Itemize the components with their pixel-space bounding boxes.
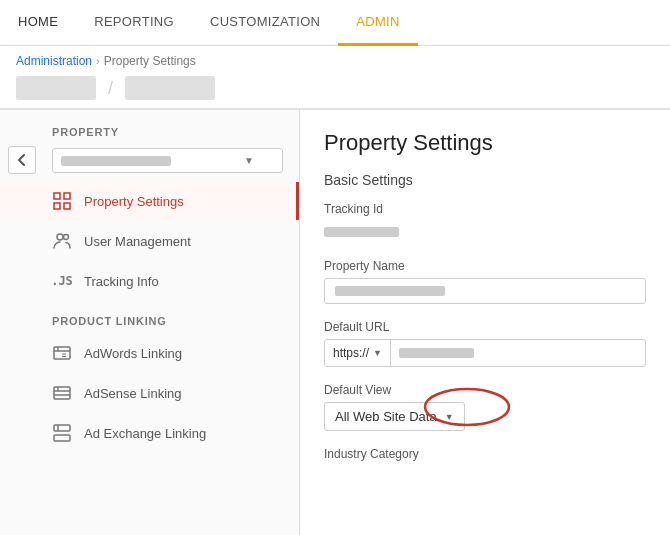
basic-settings-heading: Basic Settings xyxy=(324,172,646,188)
property-name-label: Property Name xyxy=(324,259,646,273)
protocol-button[interactable]: https:// ▼ xyxy=(325,340,391,366)
svg-rect-0 xyxy=(54,193,60,199)
property-name-value-block xyxy=(335,286,445,296)
url-input[interactable] xyxy=(391,342,645,364)
breadcrumb: Administration › Property Settings xyxy=(0,46,670,72)
default-view-select[interactable]: All Web Site Data ▼ xyxy=(324,402,465,431)
logo-image-1 xyxy=(16,76,96,100)
svg-rect-1 xyxy=(64,193,70,199)
default-view-field-group: Default View All Web Site Data ▼ xyxy=(324,383,646,431)
tracking-id-field-group: Tracking Id xyxy=(324,202,646,243)
property-dropdown-wrapper: ▼ xyxy=(0,144,299,181)
page-title: Property Settings xyxy=(324,130,646,156)
sidebar-item-property-settings[interactable]: Property Settings xyxy=(0,181,299,221)
url-value-block xyxy=(399,348,474,358)
property-section-label: PROPERTY xyxy=(0,110,299,144)
property-settings-icon xyxy=(52,191,72,211)
svg-rect-16 xyxy=(54,435,70,441)
default-view-value: All Web Site Data xyxy=(335,409,437,424)
back-icon xyxy=(16,154,28,166)
svg-rect-3 xyxy=(64,203,70,209)
adwords-linking-label: AdWords Linking xyxy=(84,346,182,361)
nav-admin[interactable]: ADMIN xyxy=(338,0,417,46)
breadcrumb-parent[interactable]: Administration xyxy=(16,54,92,68)
breadcrumb-current: Property Settings xyxy=(104,54,196,68)
adwords-icon xyxy=(52,343,72,363)
default-view-label: Default View xyxy=(324,383,646,397)
svg-rect-15 xyxy=(54,425,70,431)
active-indicator xyxy=(296,182,299,220)
sidebar: PROPERTY ▼ Property Settings xyxy=(0,110,300,535)
property-name-field-group: Property Name xyxy=(324,259,646,304)
sidebar-item-user-management[interactable]: User Management xyxy=(0,221,299,261)
sidebar-item-tracking-info[interactable]: .JS Tracking Info xyxy=(0,261,299,301)
nav-customization[interactable]: CUSTOMIZATION xyxy=(192,0,338,46)
nav-reporting[interactable]: REPORTING xyxy=(76,0,192,46)
sidebar-item-adwords-linking[interactable]: AdWords Linking xyxy=(0,333,299,373)
property-name-input[interactable] xyxy=(324,278,646,304)
logo-area: / xyxy=(0,72,670,108)
user-management-label: User Management xyxy=(84,234,191,249)
sidebar-item-adexchange-linking[interactable]: Ad Exchange Linking xyxy=(0,413,299,453)
product-linking-label: PRODUCT LINKING xyxy=(0,301,299,333)
dropdown-value-block xyxy=(61,156,171,166)
adsense-icon xyxy=(52,383,72,403)
svg-rect-11 xyxy=(54,387,70,399)
breadcrumb-separator: › xyxy=(96,55,100,67)
protocol-arrow-icon: ▼ xyxy=(373,348,382,358)
default-url-label: Default URL xyxy=(324,320,646,334)
svg-point-5 xyxy=(64,235,69,240)
dropdown-arrow-icon: ▼ xyxy=(244,155,254,166)
back-button[interactable] xyxy=(8,146,36,174)
default-url-field-group: Default URL https:// ▼ xyxy=(324,320,646,367)
svg-rect-2 xyxy=(54,203,60,209)
tracking-id-block xyxy=(324,227,399,237)
user-management-icon xyxy=(52,231,72,251)
adexchange-linking-label: Ad Exchange Linking xyxy=(84,426,206,441)
tracking-id-label: Tracking Id xyxy=(324,202,646,216)
main-layout: PROPERTY ▼ Property Settings xyxy=(0,109,670,535)
sidebar-item-adsense-linking[interactable]: AdSense Linking xyxy=(0,373,299,413)
svg-rect-6 xyxy=(54,347,70,359)
svg-point-4 xyxy=(57,234,63,240)
tracking-id-value xyxy=(324,221,646,243)
adsense-linking-label: AdSense Linking xyxy=(84,386,182,401)
logo-image-2 xyxy=(125,76,215,100)
default-url-row: https:// ▼ xyxy=(324,339,646,367)
property-settings-label: Property Settings xyxy=(84,194,184,209)
top-nav: HOME REPORTING CUSTOMIZATION ADMIN xyxy=(0,0,670,46)
logo-divider: / xyxy=(108,78,113,99)
protocol-text: https:// xyxy=(333,346,369,360)
industry-category-field-group: Industry Category xyxy=(324,447,646,461)
adexchange-icon xyxy=(52,423,72,443)
tracking-info-label: Tracking Info xyxy=(84,274,159,289)
default-view-arrow-icon: ▼ xyxy=(445,412,454,422)
nav-home[interactable]: HOME xyxy=(0,0,76,46)
content-area: Property Settings Basic Settings Trackin… xyxy=(300,110,670,535)
tracking-info-icon: .JS xyxy=(52,271,72,291)
property-dropdown[interactable]: ▼ xyxy=(52,148,283,173)
protocol-btn-wrapper: https:// ▼ xyxy=(325,340,391,366)
industry-category-label: Industry Category xyxy=(324,447,646,461)
